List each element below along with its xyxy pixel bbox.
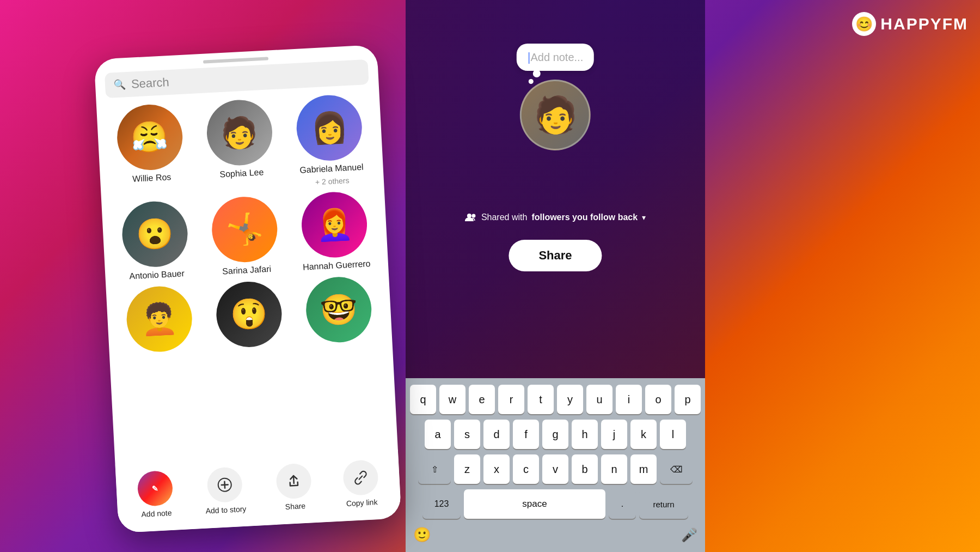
key-g[interactable]: g xyxy=(542,420,568,449)
avatar-antonio xyxy=(120,200,189,269)
add-to-story-icon xyxy=(206,466,243,503)
key-e[interactable]: e xyxy=(469,385,495,414)
key-m[interactable]: m xyxy=(630,454,657,484)
contact-subtitle-gabriela: + 2 others xyxy=(315,176,349,186)
search-bar[interactable]: 🔍 Search xyxy=(105,59,369,98)
action-add-to-story[interactable]: Add to story xyxy=(204,466,247,515)
key-f[interactable]: f xyxy=(513,420,539,449)
svg-point-4 xyxy=(471,214,475,218)
key-s[interactable]: s xyxy=(454,420,480,449)
avatar-row3b xyxy=(215,280,283,349)
speech-bubble[interactable]: |Add note... xyxy=(517,44,594,71)
keyboard-row-1: q w e r t y u i o p xyxy=(410,385,701,414)
contact-willie[interactable]: Willie Ros xyxy=(105,102,195,197)
shared-with-text: Shared with xyxy=(481,213,528,222)
keyboard-row-2: a s d f g h j k l xyxy=(410,420,701,449)
shared-with-row[interactable]: Shared with followers you follow back ▾ xyxy=(465,213,646,222)
chevron-down-icon: ▾ xyxy=(642,213,646,222)
contact-hannah[interactable]: Hannah Guerrero xyxy=(290,190,380,272)
contact-name-hannah: Hannah Guerrero xyxy=(303,259,371,272)
action-add-note[interactable]: ✎ Add note xyxy=(137,470,174,519)
notes-avatar: 🧑 xyxy=(520,80,591,150)
note-placeholder-text: Add note... xyxy=(530,51,583,63)
key-shift[interactable]: ⇧ xyxy=(418,454,451,484)
keyboard-row-3: ⇧ z x c v b n m ⌫ xyxy=(410,454,701,484)
keyboard-bottom-row: 🙂 🎤 xyxy=(410,524,701,548)
followers-icon xyxy=(465,213,477,222)
phone-notch xyxy=(203,57,268,63)
search-icon: 🔍 xyxy=(114,78,126,91)
key-return[interactable]: return xyxy=(639,489,688,519)
avatar-willie xyxy=(115,103,184,172)
key-o[interactable]: o xyxy=(645,385,671,414)
shared-with-bold-text: followers you follow back xyxy=(531,213,638,222)
avatar-hannah xyxy=(300,190,369,259)
action-share[interactable]: Share xyxy=(275,463,313,511)
add-note-label: Add note xyxy=(141,508,172,519)
key-i[interactable]: i xyxy=(616,385,642,414)
key-t[interactable]: t xyxy=(528,385,554,414)
contact-gabriela[interactable]: Gabriela Manuel + 2 others xyxy=(285,93,375,188)
add-to-story-label: Add to story xyxy=(205,505,246,515)
share-button-label: Share xyxy=(538,248,572,262)
contact-row3c[interactable] xyxy=(295,275,383,344)
contact-row3a[interactable] xyxy=(115,284,204,354)
left-phone: 🔍 Search Willie Ros Sophia Lee Gabriela … xyxy=(94,45,402,533)
contact-sarina[interactable]: Sarina Jafari xyxy=(200,195,290,277)
share-icon xyxy=(275,463,312,499)
contact-name-antonio: Antonio Bauer xyxy=(129,269,185,281)
share-button[interactable]: Share xyxy=(509,240,602,271)
contact-name-sarina: Sarina Jafari xyxy=(222,264,272,277)
keyboard[interactable]: q w e r t y u i o p a s d f g h j k l ⇧ … xyxy=(406,378,705,552)
notes-user-area: |Add note... 🧑 xyxy=(517,44,594,150)
copy-link-label: Copy link xyxy=(346,498,377,508)
contact-grid: Willie Ros Sophia Lee Gabriela Manuel + … xyxy=(96,93,392,355)
key-y[interactable]: y xyxy=(557,385,583,414)
key-r[interactable]: r xyxy=(498,385,524,414)
contact-name-gabriela: Gabriela Manuel xyxy=(299,162,364,175)
key-x[interactable]: x xyxy=(483,454,510,484)
right-phone: |Add note... 🧑 Shared with followers you… xyxy=(406,0,705,552)
mic-key[interactable]: 🎤 xyxy=(681,527,697,543)
key-space[interactable]: space xyxy=(464,489,605,519)
key-l[interactable]: l xyxy=(660,420,686,449)
svg-line-2 xyxy=(222,484,228,485)
key-v[interactable]: v xyxy=(542,454,568,484)
search-input[interactable]: Search xyxy=(131,75,169,92)
key-c[interactable]: c xyxy=(513,454,539,484)
svg-point-3 xyxy=(467,214,471,218)
add-note-icon: ✎ xyxy=(137,470,173,507)
bubble-dot xyxy=(529,79,534,84)
contact-row3b[interactable] xyxy=(205,280,293,349)
contact-sophia[interactable]: Sophia Lee xyxy=(195,98,285,192)
key-backspace[interactable]: ⌫ xyxy=(660,454,693,484)
key-z[interactable]: z xyxy=(454,454,480,484)
happyfm-text: HAPPYFM xyxy=(880,15,968,33)
key-k[interactable]: k xyxy=(630,420,657,449)
happyfm-logo: 😊 HAPPYFM xyxy=(852,12,968,36)
key-h[interactable]: h xyxy=(572,420,598,449)
keyboard-row-4: 123 space . return xyxy=(410,489,701,519)
contact-name-willie: Willie Ros xyxy=(132,172,171,184)
action-copy-link[interactable]: Copy link xyxy=(342,459,379,508)
key-u[interactable]: u xyxy=(586,385,612,414)
key-num[interactable]: 123 xyxy=(422,489,461,519)
key-b[interactable]: b xyxy=(572,454,598,484)
key-d[interactable]: d xyxy=(483,420,510,449)
key-p[interactable]: p xyxy=(675,385,701,414)
key-j[interactable]: j xyxy=(601,420,627,449)
contact-antonio[interactable]: Antonio Bauer xyxy=(110,199,200,282)
key-a[interactable]: a xyxy=(425,420,451,449)
share-label: Share xyxy=(285,501,305,511)
emoji-key[interactable]: 🙂 xyxy=(413,526,431,543)
contact-name-sophia: Sophia Lee xyxy=(219,167,264,179)
key-q[interactable]: q xyxy=(410,385,436,414)
avatar-sophia xyxy=(205,98,274,167)
key-w[interactable]: w xyxy=(439,385,465,414)
key-n[interactable]: n xyxy=(601,454,627,484)
key-period[interactable]: . xyxy=(609,489,636,519)
avatar-row3a xyxy=(125,285,193,354)
avatar-gabriela xyxy=(295,94,364,162)
avatar-sarina xyxy=(210,195,279,264)
copy-link-icon xyxy=(342,459,379,496)
